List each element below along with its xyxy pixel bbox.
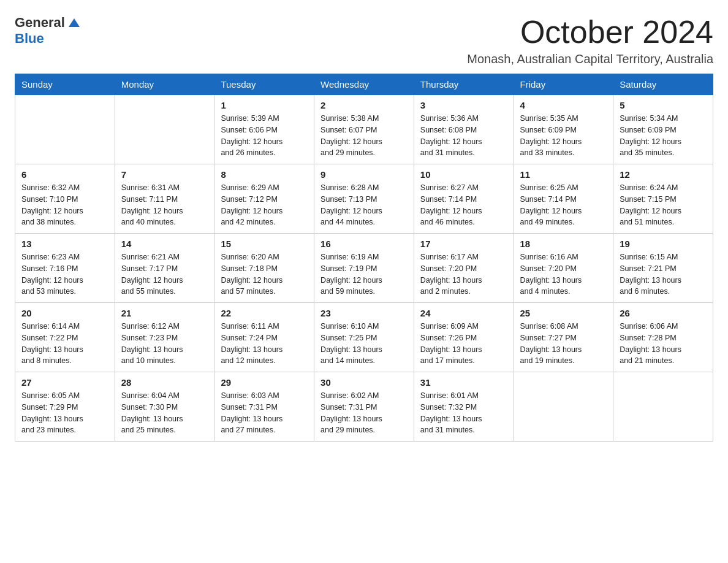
calendar-cell: 14Sunrise: 6:21 AM Sunset: 7:17 PM Dayli… [115,234,214,303]
calendar-cell: 1Sunrise: 5:39 AM Sunset: 6:06 PM Daylig… [214,95,314,164]
day-info: Sunrise: 5:39 AM Sunset: 6:06 PM Dayligh… [221,113,308,159]
day-info: Sunrise: 5:38 AM Sunset: 6:07 PM Dayligh… [320,113,408,159]
day-info: Sunrise: 6:29 AM Sunset: 7:12 PM Dayligh… [221,182,308,228]
day-info: Sunrise: 6:19 AM Sunset: 7:19 PM Dayligh… [320,251,408,297]
day-number: 10 [420,169,507,180]
calendar-cell: 30Sunrise: 6:02 AM Sunset: 7:31 PM Dayli… [314,372,414,442]
calendar-cell: 21Sunrise: 6:12 AM Sunset: 7:23 PM Dayli… [115,303,214,372]
calendar-cell: 7Sunrise: 6:31 AM Sunset: 7:11 PM Daylig… [115,164,214,234]
weekday-header-wednesday: Wednesday [314,74,414,95]
calendar-cell [115,95,214,164]
svg-marker-0 [69,18,80,27]
calendar-cell: 2Sunrise: 5:38 AM Sunset: 6:07 PM Daylig… [314,95,414,164]
day-number: 31 [420,377,507,388]
weekday-header-row: SundayMondayTuesdayWednesdayThursdayFrid… [15,74,713,95]
day-info: Sunrise: 6:17 AM Sunset: 7:20 PM Dayligh… [420,251,507,297]
calendar-cell: 20Sunrise: 6:14 AM Sunset: 7:22 PM Dayli… [15,303,115,372]
day-number: 22 [221,308,308,318]
calendar-cell: 17Sunrise: 6:17 AM Sunset: 7:20 PM Dayli… [414,234,514,303]
calendar-table: SundayMondayTuesdayWednesdayThursdayFrid… [15,74,713,442]
calendar-cell [15,95,115,164]
calendar-cell: 29Sunrise: 6:03 AM Sunset: 7:31 PM Dayli… [214,372,314,442]
day-info: Sunrise: 6:14 AM Sunset: 7:22 PM Dayligh… [21,321,108,367]
calendar-cell: 31Sunrise: 6:01 AM Sunset: 7:32 PM Dayli… [414,372,514,442]
day-number: 17 [420,239,507,249]
calendar-cell: 22Sunrise: 6:11 AM Sunset: 7:24 PM Dayli… [214,303,314,372]
day-info: Sunrise: 6:04 AM Sunset: 7:30 PM Dayligh… [121,390,208,436]
weekday-header-monday: Monday [115,74,214,95]
calendar-cell: 26Sunrise: 6:06 AM Sunset: 7:28 PM Dayli… [613,303,713,372]
day-info: Sunrise: 6:05 AM Sunset: 7:29 PM Dayligh… [21,390,108,436]
day-number: 30 [320,377,408,388]
day-number: 16 [320,239,408,249]
calendar-cell: 3Sunrise: 5:36 AM Sunset: 6:08 PM Daylig… [414,95,514,164]
day-info: Sunrise: 5:34 AM Sunset: 6:09 PM Dayligh… [620,113,707,159]
calendar-cell: 28Sunrise: 6:04 AM Sunset: 7:30 PM Dayli… [115,372,214,442]
day-number: 7 [121,169,208,180]
day-number: 25 [520,308,607,318]
day-number: 20 [21,308,108,318]
weekday-header-tuesday: Tuesday [214,74,314,95]
logo-general-text: General [15,15,65,31]
calendar-week-row: 13Sunrise: 6:23 AM Sunset: 7:16 PM Dayli… [15,234,713,303]
day-number: 18 [520,239,607,249]
day-info: Sunrise: 6:24 AM Sunset: 7:15 PM Dayligh… [620,182,707,228]
day-info: Sunrise: 6:28 AM Sunset: 7:13 PM Dayligh… [320,182,408,228]
day-number: 9 [320,169,408,180]
calendar-cell [514,372,613,442]
logo: General Blue [15,15,81,47]
day-info: Sunrise: 6:06 AM Sunset: 7:28 PM Dayligh… [620,321,707,367]
calendar-week-row: 20Sunrise: 6:14 AM Sunset: 7:22 PM Dayli… [15,303,713,372]
day-number: 27 [21,377,108,388]
day-info: Sunrise: 6:08 AM Sunset: 7:27 PM Dayligh… [520,321,607,367]
weekday-header-saturday: Saturday [613,74,713,95]
calendar-cell: 10Sunrise: 6:27 AM Sunset: 7:14 PM Dayli… [414,164,514,234]
day-number: 6 [21,169,108,180]
day-number: 26 [620,308,707,318]
day-number: 8 [221,169,308,180]
day-info: Sunrise: 6:11 AM Sunset: 7:24 PM Dayligh… [221,321,308,367]
day-info: Sunrise: 6:10 AM Sunset: 7:25 PM Dayligh… [320,321,408,367]
day-number: 1 [221,100,308,110]
day-number: 3 [420,100,507,110]
day-number: 2 [320,100,408,110]
day-info: Sunrise: 6:12 AM Sunset: 7:23 PM Dayligh… [121,321,208,367]
calendar-week-row: 6Sunrise: 6:32 AM Sunset: 7:10 PM Daylig… [15,164,713,234]
day-number: 12 [620,169,707,180]
weekday-header-sunday: Sunday [15,74,115,95]
page-header: General Blue October 2024 Monash, Austra… [15,15,713,66]
title-area: October 2024 Monash, Australian Capital … [467,15,713,66]
day-info: Sunrise: 6:03 AM Sunset: 7:31 PM Dayligh… [221,390,308,436]
calendar-cell: 9Sunrise: 6:28 AM Sunset: 7:13 PM Daylig… [314,164,414,234]
calendar-cell: 15Sunrise: 6:20 AM Sunset: 7:18 PM Dayli… [214,234,314,303]
day-info: Sunrise: 5:35 AM Sunset: 6:09 PM Dayligh… [520,113,607,159]
day-number: 24 [420,308,507,318]
day-info: Sunrise: 6:01 AM Sunset: 7:32 PM Dayligh… [420,390,507,436]
calendar-cell: 12Sunrise: 6:24 AM Sunset: 7:15 PM Dayli… [613,164,713,234]
logo-blue-text: Blue [15,31,44,46]
calendar-cell: 4Sunrise: 5:35 AM Sunset: 6:09 PM Daylig… [514,95,613,164]
calendar-cell: 8Sunrise: 6:29 AM Sunset: 7:12 PM Daylig… [214,164,314,234]
calendar-week-row: 1Sunrise: 5:39 AM Sunset: 6:06 PM Daylig… [15,95,713,164]
day-number: 14 [121,239,208,249]
day-info: Sunrise: 6:20 AM Sunset: 7:18 PM Dayligh… [221,251,308,297]
calendar-cell: 16Sunrise: 6:19 AM Sunset: 7:19 PM Dayli… [314,234,414,303]
month-title: October 2024 [467,15,713,50]
day-number: 19 [620,239,707,249]
day-number: 15 [221,239,308,249]
day-number: 23 [320,308,408,318]
calendar-cell: 5Sunrise: 5:34 AM Sunset: 6:09 PM Daylig… [613,95,713,164]
day-info: Sunrise: 6:21 AM Sunset: 7:17 PM Dayligh… [121,251,208,297]
day-info: Sunrise: 6:31 AM Sunset: 7:11 PM Dayligh… [121,182,208,228]
calendar-cell: 24Sunrise: 6:09 AM Sunset: 7:26 PM Dayli… [414,303,514,372]
calendar-cell: 25Sunrise: 6:08 AM Sunset: 7:27 PM Dayli… [514,303,613,372]
calendar-week-row: 27Sunrise: 6:05 AM Sunset: 7:29 PM Dayli… [15,372,713,442]
calendar-cell: 18Sunrise: 6:16 AM Sunset: 7:20 PM Dayli… [514,234,613,303]
calendar-cell [613,372,713,442]
calendar-cell: 13Sunrise: 6:23 AM Sunset: 7:16 PM Dayli… [15,234,115,303]
day-info: Sunrise: 6:25 AM Sunset: 7:14 PM Dayligh… [520,182,607,228]
day-info: Sunrise: 6:32 AM Sunset: 7:10 PM Dayligh… [21,182,108,228]
day-number: 21 [121,308,208,318]
day-info: Sunrise: 5:36 AM Sunset: 6:08 PM Dayligh… [420,113,507,159]
calendar-cell: 23Sunrise: 6:10 AM Sunset: 7:25 PM Dayli… [314,303,414,372]
